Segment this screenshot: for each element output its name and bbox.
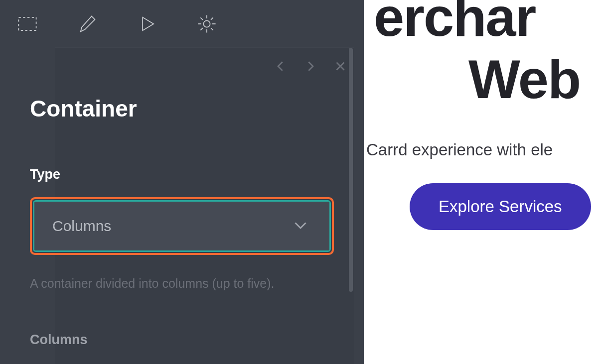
headline-line2: Web [468,47,580,111]
panel-nav [272,58,349,75]
subtext-visible: Carrd experience with ele [366,140,553,159]
next-button[interactable] [302,58,319,75]
select-tool-icon[interactable] [15,11,40,36]
gear-icon[interactable] [194,11,219,36]
type-select-highlight: Columns [30,197,334,255]
preview-canvas: erchar Web Enchance your Carrd experienc… [364,0,598,364]
explore-services-button[interactable]: Explore Services [410,183,591,230]
type-helper-text: A container divided into columns (up to … [30,275,334,292]
prev-button[interactable] [272,58,289,75]
editor-toolbar [0,0,364,47]
type-label: Type [30,167,334,182]
play-icon[interactable] [135,11,159,36]
type-select-value: Columns [52,218,111,235]
panel-body: Container Type Columns A container divid… [55,47,354,364]
panel-scrollbar[interactable] [349,48,353,292]
panel-content: Container Type Columns A container divid… [30,95,334,348]
columns-label: Columns [30,332,334,348]
headline-line1: erchar [374,0,535,48]
svg-rect-0 [18,17,36,30]
svg-marker-1 [143,17,153,30]
subtext-visible-wrap: Carrd experience with ele [366,140,553,159]
svg-point-2 [203,20,210,27]
close-button[interactable] [332,58,349,75]
editor-panel: Container Type Columns A container divid… [0,0,364,364]
chevron-down-icon [292,216,309,236]
type-select[interactable]: Columns [34,202,329,250]
brush-icon[interactable] [75,11,100,36]
panel-title: Container [30,95,334,122]
